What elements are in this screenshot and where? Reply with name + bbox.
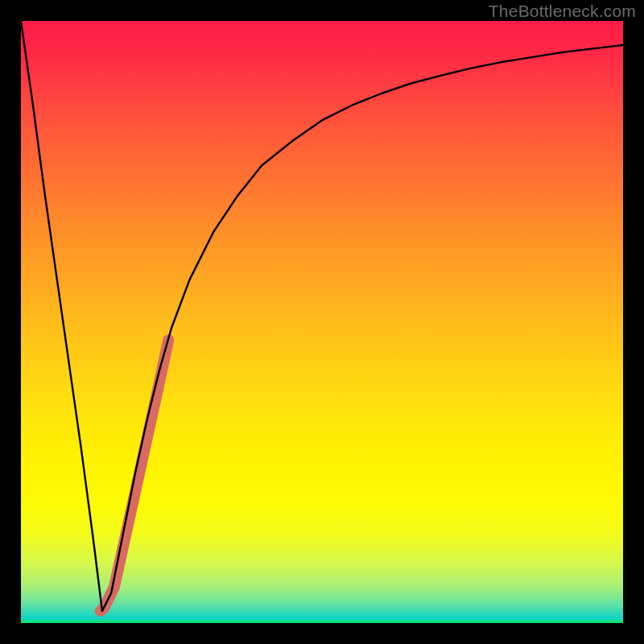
bottleneck-curve xyxy=(21,21,623,611)
watermark-text: TheBottleneck.com xyxy=(489,2,636,21)
curve-layer xyxy=(21,21,623,623)
plot-area xyxy=(21,21,623,623)
chart-frame: TheBottleneck.com xyxy=(0,0,644,644)
